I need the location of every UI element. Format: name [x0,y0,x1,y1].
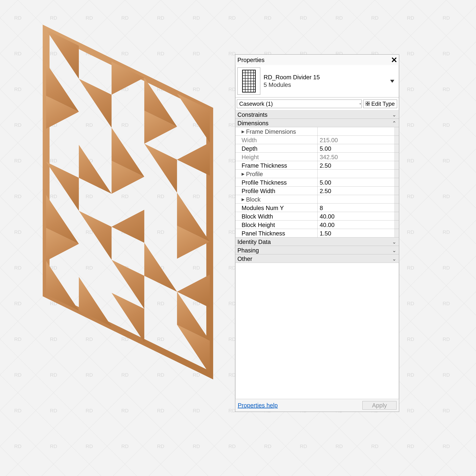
value-width[interactable]: 215.00 [318,136,394,144]
row-frame-thickness: Frame Thickness 2.50 [235,161,399,170]
group-dimensions[interactable]: Dimensions ⌃ [235,119,399,127]
family-name: RD_Room Divider 15 [264,74,386,81]
property-grid: Constraints ⌄ Dimensions ⌃ ▸ Frame Dimen… [235,110,399,263]
expand-icon: ▸ [241,128,245,135]
svg-rect-58 [366,104,367,106]
value-profile-thickness[interactable]: 5.00 [318,178,394,186]
viewport-canvas[interactable]: RD [0,0,476,476]
row-profile[interactable]: ▸ Profile [235,170,399,178]
row-width: Width 215.00 [235,136,399,144]
model-view-room-divider[interactable] [24,12,238,464]
edit-type-button[interactable]: Edit Type [363,100,397,108]
row-profile-width: Profile Width 2.50 [235,187,399,195]
svg-rect-59 [368,104,370,106]
row-modules-num-y: Modules Num Y 8 [235,204,399,212]
value-depth[interactable]: 5.00 [318,144,394,153]
panel-title: Properties [238,57,264,63]
row-frame-dimensions[interactable]: ▸ Frame Dimensions [235,127,399,136]
row-block-height: Block Height 40.00 [235,221,399,229]
value-frame-thickness[interactable]: 2.50 [318,161,394,170]
edit-type-label: Edit Type [371,101,395,107]
svg-rect-56 [366,102,367,103]
type-dropdown-button[interactable] [390,78,395,84]
row-block-width: Block Width 40.00 [235,212,399,221]
row-depth: Depth 5.00 [235,144,399,153]
group-constraints[interactable]: Constraints ⌄ [235,110,399,119]
value-panel-thickness[interactable]: 1.50 [318,229,394,237]
row-profile-thickness: Profile Thickness 5.00 [235,178,399,187]
value-block-height[interactable]: 40.00 [318,221,394,229]
group-other[interactable]: Other ⌄ [235,254,399,263]
chevron-up-icon: ⌃ [392,120,396,126]
properties-help-link[interactable]: Properties help [238,402,278,409]
svg-marker-55 [390,80,394,83]
chevron-down-icon: ⌄ [392,239,396,245]
chevron-down-icon: ⌄ [392,256,396,262]
svg-rect-57 [368,102,370,103]
edit-type-icon [366,101,370,107]
type-name: 5 Modules [264,82,386,88]
chevron-down-icon: ⌄ [392,247,396,253]
row-height: Height 342.50 [235,153,399,161]
value-profile-width[interactable]: 2.50 [318,187,394,195]
group-identity-data[interactable]: Identity Data ⌄ [235,238,399,246]
chevron-down-icon: ⌄ [392,112,396,118]
value-modules-num-y[interactable]: 8 [318,204,394,212]
group-phasing[interactable]: Phasing ⌄ [235,246,399,254]
value-block-width[interactable]: 40.00 [318,212,394,220]
type-selector-row: RD_Room Divider 15 5 Modules [235,65,399,97]
category-filter-select[interactable]: Casework (1) [237,100,362,108]
close-icon[interactable]: ✕ [391,56,397,64]
row-panel-thickness: Panel Thickness 1.50 [235,229,399,238]
expand-icon: ▸ [241,196,245,203]
type-thumbnail[interactable] [238,67,260,95]
expand-icon: ▸ [241,170,245,177]
row-block[interactable]: ▸ Block [235,195,399,204]
properties-panel: Properties ✕ [235,54,399,412]
value-height[interactable]: 342.50 [318,153,394,161]
apply-button[interactable]: Apply [362,401,397,410]
